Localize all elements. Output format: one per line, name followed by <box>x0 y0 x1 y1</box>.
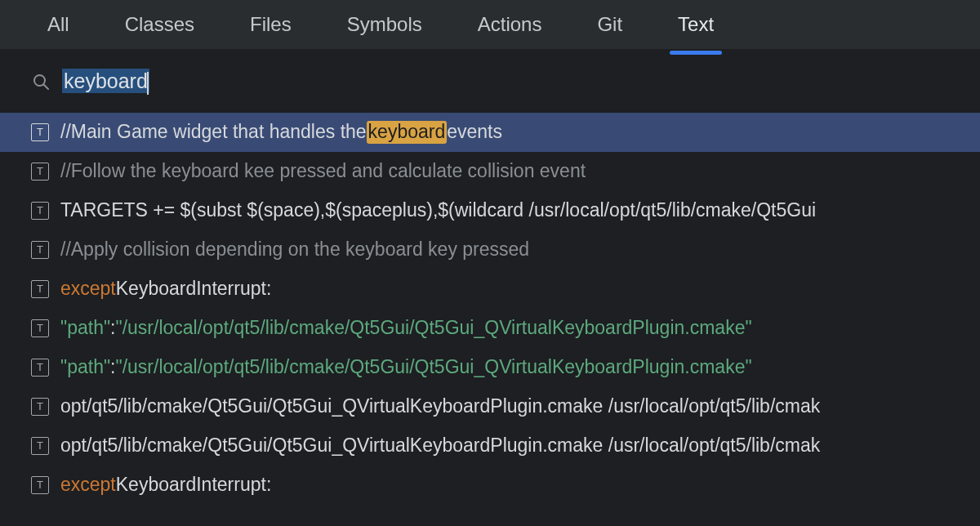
result-row[interactable]: TTARGETS += $(subst $(space),$(spaceplus… <box>0 191 980 230</box>
text-file-icon: T <box>31 123 49 141</box>
text-file-icon: T <box>31 163 49 181</box>
result-row[interactable]: Topt/qt5/lib/cmake/Qt5Gui/Qt5Gui_QVirtua… <box>0 387 980 426</box>
svg-line-1 <box>44 84 49 89</box>
result-text: "path" : "/usr/local/opt/qt5/lib/cmake/Q… <box>60 317 752 339</box>
text-file-icon: T <box>31 280 49 298</box>
result-text: opt/qt5/lib/cmake/Qt5Gui/Qt5Gui_QVirtual… <box>60 435 820 457</box>
result-text: opt/qt5/lib/cmake/Qt5Gui/Qt5Gui_QVirtual… <box>60 395 820 417</box>
result-row[interactable]: Texcept KeyboardInterrupt: <box>0 270 980 309</box>
tab-text[interactable]: Text <box>662 0 730 49</box>
text-file-icon: T <box>31 476 49 494</box>
result-row[interactable]: Topt/qt5/lib/cmake/Qt5Gui/Qt5Gui_QVirtua… <box>0 426 980 466</box>
search-icon <box>31 72 51 91</box>
result-text: except KeyboardInterrupt: <box>60 474 271 496</box>
text-file-icon: T <box>31 241 49 259</box>
result-row[interactable]: T//Follow the keyboard kee pressed and c… <box>0 152 980 191</box>
result-row[interactable]: T"path" : "/usr/local/opt/qt5/lib/cmake/… <box>0 309 980 348</box>
results-list: T//Main Game widget that handles the key… <box>0 113 980 505</box>
tab-git[interactable]: Git <box>581 0 639 49</box>
result-text: //Main Game widget that handles the keyb… <box>60 121 502 144</box>
result-row[interactable]: T"path" : "/usr/local/opt/qt5/lib/cmake/… <box>0 348 980 387</box>
search-row: keyboard <box>0 49 980 113</box>
result-text: TARGETS += $(subst $(space),$(spaceplus)… <box>60 199 816 221</box>
tab-actions[interactable]: Actions <box>461 0 559 49</box>
text-file-icon: T <box>31 202 49 220</box>
search-input[interactable]: keyboard <box>62 69 149 95</box>
text-file-icon: T <box>31 319 49 337</box>
text-file-icon: T <box>31 437 49 455</box>
search-tab-bar: AllClassesFilesSymbolsActionsGitText <box>0 0 980 49</box>
result-text: except KeyboardInterrupt: <box>60 278 271 300</box>
result-text: "path" : "/usr/local/opt/qt5/lib/cmake/Q… <box>60 356 752 378</box>
tab-files[interactable]: Files <box>234 0 308 49</box>
result-row[interactable]: T//Main Game widget that handles the key… <box>0 113 980 152</box>
result-text: //Follow the keyboard kee pressed and ca… <box>60 160 586 182</box>
result-row[interactable]: T//Apply collision depending on the keyb… <box>0 230 980 270</box>
result-text: //Apply collision depending on the keybo… <box>60 238 529 261</box>
tab-all[interactable]: All <box>31 0 86 49</box>
text-file-icon: T <box>31 398 49 416</box>
result-row[interactable]: Texcept KeyboardInterrupt: <box>0 466 980 505</box>
tab-classes[interactable]: Classes <box>109 0 211 49</box>
text-file-icon: T <box>31 359 49 377</box>
tab-symbols[interactable]: Symbols <box>331 0 439 49</box>
